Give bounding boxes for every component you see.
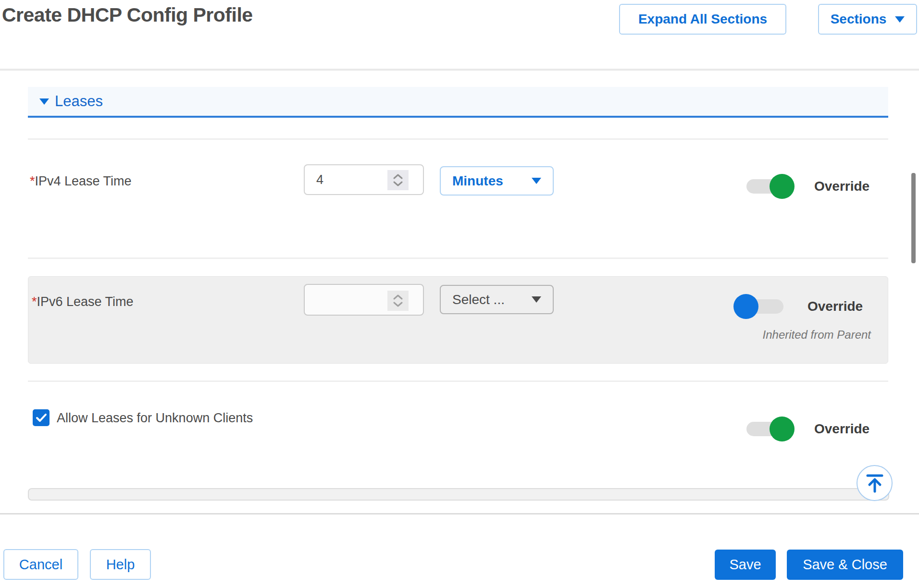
expand-all-sections-button[interactable]: Expand All Sections — [619, 4, 786, 35]
footer-divider — [0, 513, 919, 514]
toggle-knob — [770, 416, 795, 441]
header-divider — [0, 69, 919, 71]
inherited-from-parent-note: Inherited from Parent — [751, 328, 871, 342]
page-title: Create DHCP Config Profile — [2, 4, 253, 26]
row-divider — [28, 380, 888, 382]
sections-label: Sections — [831, 12, 887, 27]
help-label: Help — [106, 557, 135, 573]
chevron-down-icon — [393, 301, 403, 307]
required-marker: * — [32, 294, 37, 309]
expand-all-sections-label: Expand All Sections — [638, 12, 767, 27]
chevron-down-icon — [895, 16, 905, 23]
horizontal-scrollbar[interactable] — [28, 488, 889, 501]
ipv4-override-label: Override — [814, 179, 869, 194]
ipv6-override-toggle[interactable] — [735, 294, 784, 319]
ipv6-override-label: Override — [807, 299, 863, 314]
ipv6-lease-time-unit-dropdown: Select ... — [440, 285, 554, 314]
scroll-to-top-button[interactable] — [857, 465, 893, 501]
ipv6-lease-time-stepper — [387, 291, 409, 311]
chevron-down-icon — [532, 296, 541, 303]
scroll-to-top-icon — [866, 473, 884, 493]
save-button[interactable]: Save — [715, 550, 776, 580]
ipv4-lease-time-stepper[interactable] — [387, 170, 409, 190]
ipv4-lease-time-unit-dropdown[interactable]: Minutes — [440, 166, 554, 196]
vertical-scrollbar-thumb[interactable] — [911, 173, 916, 263]
cancel-button[interactable]: Cancel — [3, 549, 78, 580]
ipv4-override-toggle[interactable] — [745, 174, 795, 199]
collapse-triangle-icon — [39, 98, 49, 105]
toggle-knob — [733, 294, 758, 319]
create-dhcp-config-profile-dialog: Create DHCP Config Profile Expand All Se… — [0, 0, 919, 588]
unknown-clients-override-label: Override — [814, 421, 869, 437]
ipv6-lease-time-label: *IPv6 Lease Time — [32, 294, 134, 309]
ipv4-lease-time-label: *IPv4 Lease Time — [30, 174, 132, 189]
save-and-close-label: Save & Close — [803, 557, 887, 573]
sections-dropdown-button[interactable]: Sections — [818, 4, 917, 35]
section-header-leases[interactable]: Leases — [28, 87, 888, 118]
row-divider — [28, 257, 888, 259]
unknown-clients-override-toggle[interactable] — [745, 416, 795, 441]
allow-unknown-clients-label: Allow Leases for Unknown Clients — [57, 411, 253, 426]
save-and-close-button[interactable]: Save & Close — [787, 550, 903, 580]
chevron-down-icon — [393, 181, 403, 187]
allow-unknown-clients-checkbox[interactable] — [33, 409, 50, 426]
section-title: Leases — [55, 93, 103, 110]
ipv6-lease-time-input-wrap — [304, 284, 424, 316]
ipv4-lease-time-input-wrap — [304, 164, 424, 195]
save-label: Save — [729, 557, 761, 573]
required-marker: * — [30, 174, 35, 188]
ipv6-lease-time-text: IPv6 Lease Time — [37, 294, 134, 309]
chevron-up-icon — [393, 294, 403, 300]
ipv4-lease-time-text: IPv4 Lease Time — [35, 174, 132, 188]
ipv6-unit-placeholder: Select ... — [452, 292, 505, 307]
chevron-down-icon — [532, 178, 541, 184]
ipv4-unit-value: Minutes — [452, 173, 503, 189]
help-button[interactable]: Help — [90, 549, 151, 580]
row-divider — [28, 138, 888, 140]
cancel-label: Cancel — [19, 557, 62, 573]
toggle-knob — [770, 174, 795, 199]
chevron-up-icon — [393, 173, 403, 180]
checkmark-icon — [36, 413, 47, 423]
